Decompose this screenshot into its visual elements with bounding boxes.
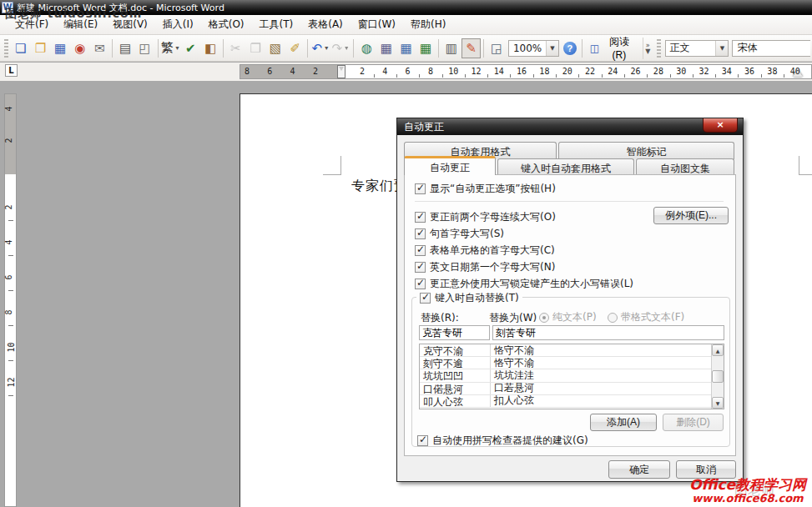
- ruler-tick: [533, 74, 534, 78]
- print-icon[interactable]: ▤: [115, 38, 135, 58]
- print-icon: ▤: [119, 41, 131, 56]
- ruler-tick: [8, 220, 13, 221]
- formatted-text-radio[interactable]: 带格式文本(F): [608, 310, 684, 324]
- insert-table-icon[interactable]: ▦: [396, 38, 416, 58]
- caps-option-list: 更正前两个字母连续大写(O)句首字母大写(S)表格单元格的首字母大写(C)英文日…: [415, 208, 633, 292]
- delete-button[interactable]: 删除(D): [663, 414, 724, 431]
- toolbar-drag-handle[interactable]: [4, 39, 8, 58]
- replace-with-label: 替换为(W): [489, 311, 537, 325]
- ruler-tick: [556, 74, 557, 78]
- dropdown-arrow-icon[interactable]: ▼: [343, 45, 350, 51]
- font-combobox[interactable]: 宋体: [732, 40, 810, 57]
- replacement-row[interactable]: 叩人心弦扣人心弦: [420, 395, 711, 408]
- replace-label: 替换(R):: [421, 311, 459, 325]
- exceptions-button[interactable]: 例外项(E)...: [653, 207, 729, 224]
- ruler-number: 32: [699, 67, 709, 76]
- print-preview-icon[interactable]: ◰: [135, 38, 155, 58]
- text-boundary-mark: [799, 174, 812, 175]
- email-icon: ✉: [94, 41, 105, 56]
- first-line-indent-marker[interactable]: [337, 65, 345, 78]
- spelling-suggestions-checkbox[interactable]: 自动使用拼写检查器提供的建议(G): [417, 434, 588, 447]
- format-painter-icon[interactable]: ✐: [285, 38, 305, 58]
- ruler-tick: [8, 360, 13, 361]
- toolbar-drag-handle[interactable]: [657, 39, 661, 58]
- copy-icon: ❐: [245, 38, 265, 58]
- tab-stop-selector[interactable]: L: [5, 64, 18, 77]
- paste-icon[interactable]: ▧: [265, 38, 285, 58]
- ruler-number: 18: [539, 67, 549, 76]
- undo-icon[interactable]: ↶▼: [310, 38, 330, 58]
- scrollbar-thumb[interactable]: [712, 370, 724, 383]
- menu-item[interactable]: 工具(T): [253, 15, 300, 34]
- new-document-icon[interactable]: ❏: [11, 38, 31, 58]
- style-combobox[interactable]: 正文▼: [665, 40, 729, 57]
- open-folder-icon: ❐: [35, 41, 46, 56]
- email-icon[interactable]: ✉: [90, 38, 110, 58]
- ruler-tick: [578, 74, 579, 78]
- zoom-page-icon[interactable]: ◲: [487, 38, 507, 58]
- save-icon[interactable]: ▦: [50, 38, 70, 58]
- chevron-down-icon[interactable]: ▼: [546, 41, 558, 56]
- columns-icon[interactable]: ▥: [441, 38, 461, 58]
- replace-as-you-type-group: 键入时自动替换(T) 替换(R): 替换为(W) 纯文本(P) 带格式文本(F)…: [411, 297, 730, 447]
- menu-item[interactable]: 格式(O): [202, 15, 251, 34]
- chinese-convert-icon[interactable]: 繁▼: [160, 38, 180, 58]
- autocorrect-tab-panel: 显示“自动更正选项”按钮(H) 更正前两个字母连续大写(O)句首字母大写(S)表…: [404, 174, 736, 456]
- vertical-ruler[interactable]: 4224681012: [4, 93, 17, 507]
- book-icon: ◫: [590, 43, 599, 54]
- reading-mode-button[interactable]: ◫阅读(R): [585, 38, 641, 58]
- capitalization-checkbox[interactable]: 更正意外使用大写锁定键产生的大小写错误(L): [415, 275, 633, 292]
- plain-text-radio[interactable]: 纯文本(P): [539, 310, 597, 324]
- redo-icon: ↷▼: [330, 38, 351, 58]
- ruler-tick: [8, 290, 13, 291]
- tab-自动图文集[interactable]: 自动图文集: [636, 158, 734, 175]
- insert-excel-icon[interactable]: ▦: [416, 38, 436, 58]
- menu-item[interactable]: 帮助(H): [404, 15, 452, 34]
- horizontal-ruler[interactable]: 8642246810121416182022242628303234363840: [240, 64, 812, 79]
- radio-icon: [608, 313, 618, 323]
- cut-icon: ✂: [230, 41, 241, 56]
- tables-borders-icon[interactable]: ▦: [376, 38, 396, 58]
- zoom-page-icon: ◲: [491, 41, 502, 56]
- dropdown-arrow-icon[interactable]: ▼: [323, 45, 330, 51]
- capitalization-checkbox[interactable]: 句首字母大写(S): [415, 225, 633, 242]
- scroll-down-icon[interactable]: ▼: [712, 397, 724, 409]
- spelling-grammar-icon[interactable]: ✔: [180, 38, 200, 58]
- toolbar-options-icon[interactable]: »▼: [643, 38, 653, 59]
- menu-item[interactable]: 窗口(W): [351, 15, 402, 34]
- capitalization-checkbox[interactable]: 表格单元格的首字母大写(C): [415, 242, 633, 259]
- capitalization-checkbox[interactable]: 更正前两个字母连续大写(O): [415, 208, 633, 225]
- replace-with-input[interactable]: [492, 325, 724, 340]
- hyperlink-icon[interactable]: ◍: [356, 38, 376, 58]
- open-folder-icon[interactable]: ❐: [31, 38, 51, 58]
- replace-as-you-type-checkbox[interactable]: 键入时自动替换(T): [416, 291, 522, 304]
- chevron-down-icon[interactable]: ▼: [715, 41, 728, 56]
- menu-item[interactable]: 插入(I): [156, 15, 200, 34]
- replace-to-cell: 扣人心弦: [491, 394, 711, 408]
- tab-智能标记[interactable]: 智能标记: [558, 142, 734, 159]
- add-button[interactable]: 添加(A): [590, 414, 657, 431]
- help-icon[interactable]: ?: [561, 39, 579, 58]
- ruler-number: 24: [608, 67, 618, 76]
- close-icon[interactable]: ×: [703, 118, 738, 133]
- scroll-up-icon[interactable]: ▲: [712, 344, 724, 356]
- replace-from-cell: 刻守不逾: [420, 357, 491, 369]
- dropdown-arrow-icon[interactable]: ▼: [174, 45, 180, 51]
- replacement-list[interactable]: 克守不渝恪守不渝刻守不逾恪守不渝坑坑凹凹坑坑洼洼口偌悬河口若悬河叩人心弦扣人心弦…: [419, 344, 724, 409]
- menu-item[interactable]: 表格(A): [301, 15, 350, 34]
- replace-input[interactable]: [419, 325, 490, 340]
- ok-button[interactable]: 确定: [608, 460, 670, 479]
- research-icon[interactable]: ◧: [200, 38, 220, 58]
- ruler-number: 34: [722, 67, 732, 76]
- drawing-icon[interactable]: ✎: [461, 38, 482, 58]
- tab-键入时自动套用格式[interactable]: 键入时自动套用格式: [497, 158, 634, 175]
- checkbox-checked-icon: [415, 279, 426, 289]
- show-options-checkbox[interactable]: 显示“自动更正选项”按钮(H): [415, 182, 556, 195]
- zoom-combobox[interactable]: 100%▼: [508, 40, 559, 57]
- tab-自动更正[interactable]: 自动更正: [404, 156, 496, 175]
- scrollbar[interactable]: ▲ ▼: [711, 344, 724, 409]
- permission-icon[interactable]: ◉: [70, 38, 90, 58]
- capitalization-checkbox[interactable]: 英文日期第一个字母大写(N): [415, 259, 633, 275]
- permission-icon: ◉: [74, 41, 85, 56]
- dialog-title-bar[interactable]: 自动更正: [397, 118, 743, 135]
